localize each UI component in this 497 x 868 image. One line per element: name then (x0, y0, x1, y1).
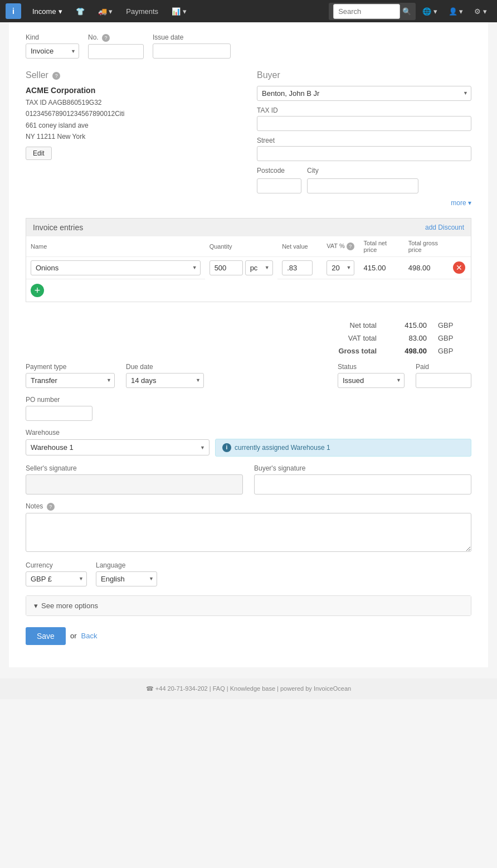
nav-truck[interactable]: 🚚 ▾ (92, 0, 119, 22)
warehouse-info-icon: i (222, 443, 231, 452)
see-more-label: See more options (41, 602, 98, 610)
entry-vat-wrapper: 20 (327, 260, 354, 275)
no-input[interactable]: 10 (88, 44, 144, 59)
or-label: or (70, 632, 77, 640)
entry-remove-cell: ✕ (449, 256, 471, 279)
nav-shirt[interactable]: 👕 (70, 0, 90, 22)
kind-select[interactable]: Invoice Receipt Credit Note (26, 43, 79, 59)
seller-company-name: ACME Corporation (26, 86, 240, 95)
kind-label: Kind (26, 33, 79, 41)
language-select[interactable]: English French German Spanish (96, 571, 157, 586)
entry-unit-wrapper: pc (245, 260, 273, 275)
col-net-value: Net value (277, 236, 322, 257)
nav-user-icon[interactable]: 👤 ▾ (444, 7, 468, 16)
main-content: Kind Invoice Receipt Credit Note No. ? 1… (9, 22, 488, 667)
vat-total-row: VAT total 83.00 GBP (37, 332, 460, 345)
language-label: Language (96, 561, 157, 569)
net-total-label: Net total (321, 321, 377, 329)
seller-signature-label: Seller's signature (26, 464, 243, 472)
chevron-down-icon: ▾ (34, 602, 38, 610)
invoice-entries-section: Invoice entries add Discount Name Quanti… (26, 218, 471, 302)
vat-total-value: 83.00 (388, 334, 427, 342)
add-discount-link[interactable]: add Discount (425, 224, 464, 231)
col-total-net: Total net price (359, 236, 404, 257)
buyer-name-field: Benton, John B Jr (257, 86, 471, 101)
entry-name-cell: Onions (26, 256, 205, 279)
entry-unit-select[interactable]: pc (245, 260, 273, 275)
warehouse-select[interactable]: Warehouse 1 Warehouse 2 (26, 439, 209, 455)
po-number-input[interactable] (26, 406, 92, 421)
language-group: Language English French German Spanish (96, 561, 157, 586)
entry-quantity-cell: pc (205, 257, 278, 279)
seller-address: 661 coney island ave (26, 120, 240, 131)
save-button[interactable]: Save (26, 627, 66, 645)
payment-type-group: Payment type Transfer Cash Card (26, 363, 115, 388)
col-total-gross: Total gross price (404, 236, 449, 257)
back-link[interactable]: Back (81, 632, 97, 640)
paid-input[interactable]: 0.00 (416, 373, 471, 388)
buyer-name-select-wrapper: Benton, John B Jr (257, 86, 471, 101)
add-entry-button[interactable]: + (31, 284, 44, 297)
seller-help-icon[interactable]: ? (52, 72, 60, 80)
currency-select[interactable]: GBP £ USD $ EUR € (26, 571, 87, 586)
nav-payments[interactable]: Payments (120, 0, 164, 22)
warehouse-info-text: currently assigned Warehouse 1 (235, 444, 330, 452)
warehouse-info: i currently assigned Warehouse 1 (215, 439, 471, 457)
postcode-label: Postcode (257, 167, 301, 174)
entry-vat-cell: 20 (322, 256, 359, 279)
search-input[interactable] (333, 4, 400, 19)
buyer-taxid-field: TAX ID 1AGB860519G32 (257, 106, 471, 131)
due-date-wrapper: 14 days 7 days 30 days 60 days (126, 373, 204, 388)
header-form-row: Kind Invoice Receipt Credit Note No. ? 1… (26, 33, 471, 59)
buyer-name-select[interactable]: Benton, John B Jr (257, 86, 471, 101)
issue-date-input[interactable]: 2014-04-09 (153, 43, 231, 59)
payment-type-select[interactable]: Transfer Cash Card (26, 373, 115, 388)
paid-group: Paid 0.00 (416, 363, 471, 388)
city-group: City New Orleans (307, 167, 418, 193)
nav-flag-icon[interactable]: 🌐 ▾ (418, 7, 442, 16)
entry-total-net: 415.00 (359, 256, 404, 279)
warehouse-section: Warehouse Warehouse 1 Warehouse 2 i curr… (26, 429, 471, 457)
postcode-input[interactable]: 70116 (257, 178, 301, 193)
nav-income[interactable]: Income ▾ (27, 0, 68, 22)
entry-quantity-input[interactable] (209, 260, 243, 275)
notes-help-icon[interactable]: ? (47, 503, 55, 511)
buyer-signature-box[interactable] (254, 474, 471, 494)
entry-name-select[interactable]: Onions (31, 260, 201, 275)
col-vat: VAT % ? (322, 236, 359, 257)
see-more-button[interactable]: ▾ See more options (26, 596, 471, 615)
remove-entry-button[interactable]: ✕ (453, 261, 465, 274)
buyer-postcode-city-field: Postcode 70116 City New Orleans (257, 167, 471, 193)
seller-bank: 012345678901234567890012Citi (26, 108, 240, 119)
no-help-icon[interactable]: ? (102, 34, 110, 42)
issue-date-group: Issue date 2014-04-09 (153, 33, 231, 59)
gross-total-row: Gross total 498.00 GBP (37, 345, 460, 357)
seller-signature-box[interactable] (26, 474, 243, 494)
entry-vat-select[interactable]: 20 (327, 260, 354, 275)
seller-city: NY 11211 New York (26, 131, 240, 142)
vat-total-label: VAT total (321, 334, 377, 342)
vat-help-icon[interactable]: ? (347, 243, 354, 250)
kind-select-wrapper: Invoice Receipt Credit Note (26, 43, 79, 59)
po-number-label: PO number (26, 396, 471, 404)
buyer-taxid-input[interactable]: 1AGB860519G32 (257, 116, 471, 131)
entry-total-gross: 498.00 (404, 256, 449, 279)
search-box[interactable]: 🔍 (329, 3, 416, 20)
seller-edit-button[interactable]: Edit (26, 147, 52, 160)
status-select[interactable]: Issued Paid Overdue (338, 373, 405, 388)
nav-chart[interactable]: 📊 ▾ (166, 0, 192, 22)
entry-price-input[interactable] (282, 260, 313, 275)
warehouse-select-wrapper: Warehouse 1 Warehouse 2 (26, 439, 209, 455)
net-total-row: Net total 415.00 GBP (37, 319, 460, 332)
gross-total-label: Gross total (321, 347, 377, 355)
buyer-street-input[interactable]: 6649 N Blue Gum St (257, 146, 471, 161)
more-link[interactable]: more ▾ (257, 199, 471, 207)
nav-settings-icon[interactable]: ⚙ ▾ (470, 7, 491, 16)
notes-textarea[interactable] (26, 513, 471, 552)
city-input[interactable]: New Orleans (307, 178, 418, 193)
no-label: No. ? (88, 33, 144, 42)
currency-lang-row: Currency GBP £ USD $ EUR € Language Engl… (26, 561, 471, 586)
due-date-select[interactable]: 14 days 7 days 30 days 60 days (126, 373, 204, 388)
language-select-wrapper: English French German Spanish (96, 571, 157, 586)
po-number-group: PO number (26, 396, 471, 421)
